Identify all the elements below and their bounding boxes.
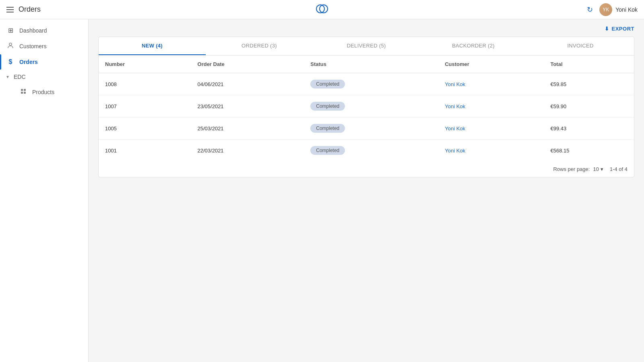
order-tabs: NEW (4) ORDERED (3) DELIVERED (5) BACKOR… [99, 37, 634, 56]
app-layout: ⊞ Dashboard Customers $ Orders ▾ EDC [0, 19, 644, 362]
rows-per-page-select[interactable]: 10 ▾ [593, 166, 603, 172]
sidebar-item-label: Dashboard [19, 27, 47, 34]
customer-link[interactable]: Yoni Kok [445, 81, 465, 87]
customers-icon [6, 42, 14, 50]
avatar-image: YK [599, 3, 612, 16]
sidebar-item-label: Products [32, 89, 54, 95]
cell-number: 1008 [99, 73, 191, 95]
sidebar: ⊞ Dashboard Customers $ Orders ▾ EDC [0, 19, 89, 362]
cell-customer[interactable]: Yoni Kok [438, 73, 544, 95]
export-button[interactable]: ⬇ EXPORT [605, 26, 634, 32]
cell-order-date: 25/03/2021 [191, 117, 304, 140]
tab-backorder[interactable]: BACKORDER (2) [420, 37, 527, 55]
pagination-row: Rows per page: 10 ▾ 1-4 of 4 [99, 161, 634, 177]
sidebar-edc-row[interactable]: ▾ EDC [0, 70, 88, 84]
svg-rect-3 [21, 89, 23, 91]
cell-order-date: 22/03/2021 [191, 140, 304, 162]
sidebar-item-label: Customers [19, 43, 47, 49]
status-badge: Completed [310, 124, 345, 133]
sidebar-item-dashboard[interactable]: ⊞ Dashboard [0, 23, 88, 38]
rows-per-page-label: Rows per page: [553, 166, 590, 172]
svg-point-2 [9, 43, 12, 45]
status-badge: Completed [310, 80, 345, 88]
app-logo [315, 2, 329, 18]
rows-per-page-control: Rows per page: 10 ▾ [553, 166, 603, 172]
cell-status: Completed [304, 73, 438, 95]
cell-order-date: 23/05/2021 [191, 95, 304, 117]
orders-table-container: NEW (4) ORDERED (3) DELIVERED (5) BACKOR… [98, 37, 634, 177]
tab-new[interactable]: NEW (4) [99, 37, 206, 55]
edc-label: EDC [14, 74, 26, 80]
cell-total: €568.15 [544, 140, 634, 162]
table-row[interactable]: 1005 25/03/2021 Completed Yoni Kok €99.4… [99, 117, 634, 140]
cell-total: €59.90 [544, 95, 634, 117]
export-label: EXPORT [612, 26, 634, 32]
cell-status: Completed [304, 95, 438, 117]
table-header-row: Number Order Date Status Customer Total [99, 56, 634, 73]
tab-delivered[interactable]: DELIVERED (5) [313, 37, 420, 55]
cell-number: 1007 [99, 95, 191, 117]
sidebar-item-customers[interactable]: Customers [0, 38, 88, 54]
dashboard-icon: ⊞ [6, 27, 14, 34]
refresh-icon[interactable]: ↻ [587, 5, 593, 14]
cell-total: €59.85 [544, 73, 634, 95]
cell-customer[interactable]: Yoni Kok [438, 140, 544, 162]
cell-status: Completed [304, 117, 438, 140]
cell-order-date: 04/06/2021 [191, 73, 304, 95]
tab-ordered[interactable]: ORDERED (3) [206, 37, 313, 55]
table-row[interactable]: 1007 23/05/2021 Completed Yoni Kok €59.9… [99, 95, 634, 117]
products-icon [19, 88, 27, 96]
svg-rect-5 [21, 92, 23, 94]
customer-link[interactable]: Yoni Kok [445, 125, 465, 132]
cell-customer[interactable]: Yoni Kok [438, 95, 544, 117]
sidebar-item-label: Orders [19, 59, 38, 65]
export-icon: ⬇ [605, 26, 609, 32]
avatar: YK [599, 3, 612, 16]
svg-rect-6 [24, 92, 26, 94]
user-info[interactable]: YK Yoni Kok [599, 3, 638, 16]
export-row: ⬇ EXPORT [98, 26, 634, 32]
orders-icon: $ [6, 58, 14, 66]
header-right: ↻ YK Yoni Kok [587, 3, 638, 16]
table-row[interactable]: 1008 04/06/2021 Completed Yoni Kok €59.8… [99, 73, 634, 95]
cell-customer[interactable]: Yoni Kok [438, 117, 544, 140]
status-badge: Completed [310, 146, 345, 155]
svg-rect-4 [24, 89, 26, 91]
col-order-date: Order Date [191, 56, 304, 73]
main-content: ⬇ EXPORT NEW (4) ORDERED (3) DELIVERED (… [89, 19, 644, 362]
status-badge: Completed [310, 102, 345, 111]
cell-number: 1005 [99, 117, 191, 140]
col-customer: Customer [438, 56, 544, 73]
chevron-down-icon: ▾ [601, 166, 603, 172]
orders-table: Number Order Date Status Customer Total … [99, 56, 634, 161]
rows-per-page-value: 10 [593, 166, 599, 172]
col-number: Number [99, 56, 191, 73]
customer-link[interactable]: Yoni Kok [445, 148, 465, 154]
cell-status: Completed [304, 140, 438, 162]
table-row[interactable]: 1001 22/03/2021 Completed Yoni Kok €568.… [99, 140, 634, 162]
page-title: Orders [19, 5, 41, 14]
col-total: Total [544, 56, 634, 73]
col-status: Status [304, 56, 438, 73]
cell-total: €99.43 [544, 117, 634, 140]
top-header: Orders ↻ YK Yoni Kok [0, 0, 644, 19]
customer-link[interactable]: Yoni Kok [445, 103, 465, 109]
cell-number: 1001 [99, 140, 191, 162]
tab-invoiced[interactable]: INVOICED [527, 37, 634, 55]
pagination-range: 1-4 of 4 [610, 166, 627, 172]
sidebar-item-products[interactable]: Products [0, 84, 88, 100]
hamburger-menu-icon[interactable] [6, 7, 14, 12]
user-name-label: Yoni Kok [615, 6, 638, 13]
chevron-down-icon: ▾ [6, 74, 9, 80]
sidebar-item-orders[interactable]: $ Orders [0, 54, 88, 70]
